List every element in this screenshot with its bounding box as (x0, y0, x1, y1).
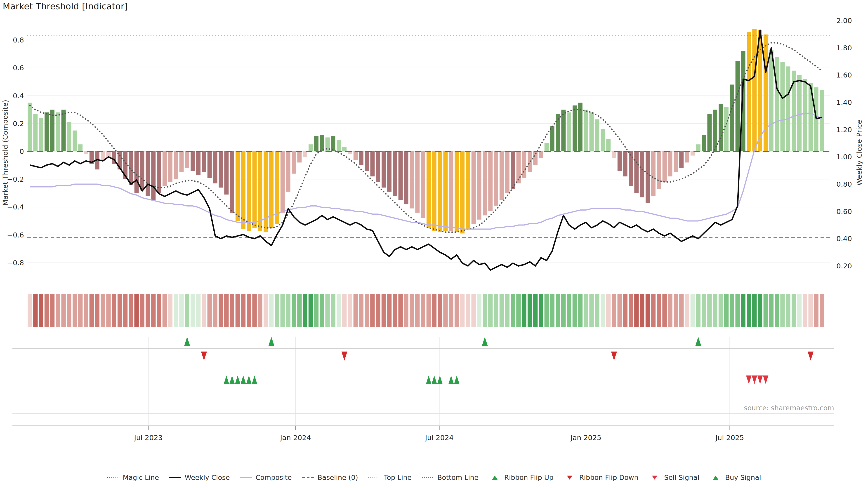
composite-bar (668, 151, 672, 176)
composite-bar (56, 112, 60, 152)
composite-bar (449, 151, 453, 231)
composite-bar (584, 109, 588, 151)
legend-item-sell-signal: Sell Signal (648, 474, 700, 482)
composite-bar (140, 151, 145, 191)
composite-bar (780, 62, 784, 151)
x-tick-label: Jan 2024 (280, 433, 311, 442)
ribbon-flip-down-icon (563, 475, 576, 480)
buy-signal-icon (246, 376, 252, 384)
legend-item-magic-line: Magic Line (107, 474, 159, 482)
legend-item-composite: Composite (240, 474, 292, 482)
composite-bar (264, 151, 268, 232)
sell-signal-icon (757, 376, 763, 384)
legend-item-baseline: Baseline (0) (302, 474, 358, 482)
ribbon-cell (90, 294, 94, 327)
right-tick-label: 2.00 (836, 17, 852, 25)
ribbon-cell (584, 294, 588, 327)
ribbon-cell (208, 294, 212, 327)
ribbon-cell (185, 294, 189, 327)
composite-bar (28, 103, 32, 151)
composite-bar (101, 151, 105, 160)
x-tick-label: Jul 2024 (425, 433, 454, 442)
ribbon-cell (561, 294, 566, 327)
ribbon-cell (764, 294, 768, 327)
ribbon-cell (696, 294, 701, 327)
ribbon-cell (247, 294, 251, 327)
ribbon-cell (61, 294, 66, 327)
trend-ribbon (28, 294, 824, 327)
ribbon-cell (129, 294, 133, 327)
legend-label: Top Line (384, 474, 412, 482)
left-tick-label: −0.4 (7, 203, 24, 211)
composite-bar (590, 112, 594, 152)
composite-bar (151, 151, 156, 200)
composite-bar (758, 30, 762, 151)
ribbon-cell (516, 294, 521, 327)
bottom-line-icon (422, 475, 434, 480)
left-tick-label: −0.6 (7, 231, 24, 239)
buy-signal-swatch (713, 476, 718, 480)
composite-bar (483, 151, 487, 215)
ribbon-cell (819, 294, 824, 327)
ribbon-cell (471, 294, 476, 327)
ribbon-cell (477, 294, 482, 327)
buy-signal-icon (241, 376, 246, 384)
composite-bar (370, 151, 375, 176)
composite-bar (460, 151, 465, 233)
composite-bar (438, 151, 442, 232)
ribbon-cell (455, 294, 459, 327)
ribbon-cell (500, 294, 504, 327)
composite-bar (488, 151, 493, 211)
composite-bar (72, 131, 77, 151)
composite-bar (769, 50, 774, 151)
ribbon-cell (78, 294, 83, 327)
ribbon-cell (618, 294, 622, 327)
ribbon-cell (646, 294, 650, 327)
composite-bar (539, 151, 543, 158)
ribbon-cell (545, 294, 549, 327)
market-threshold-indicator-page: Market Threshold [Indicator] Jul 2023Jan… (0, 0, 868, 488)
composite-bar (819, 90, 824, 151)
ribbon-cell (606, 294, 611, 327)
ribbon-cell (443, 294, 448, 327)
composite-bar (477, 151, 482, 220)
legend-label: Bottom Line (437, 474, 478, 482)
ribbon-cell (44, 294, 49, 327)
composite-bar (803, 79, 807, 151)
ribbon-cell (33, 294, 38, 327)
composite-bar (713, 109, 717, 151)
right-tick-label: 1.20 (836, 126, 852, 134)
ribbon-cell (539, 294, 544, 327)
ribbon-cell (67, 294, 71, 327)
ribbon-cell (814, 294, 818, 327)
ribbon-cell (398, 294, 403, 327)
ribbon-cell (567, 294, 571, 327)
ribbon-cell (236, 294, 240, 327)
composite-bar (500, 151, 504, 200)
ribbon-cell (438, 294, 442, 327)
ribbon-cell (657, 294, 661, 327)
buy-signal-icon (224, 376, 229, 384)
composite-bar (258, 151, 262, 231)
legend-label: Buy Signal (725, 474, 761, 482)
ribbon-cell (510, 294, 515, 327)
right-tick-label: 0.80 (836, 180, 852, 188)
ribbon-cell (381, 294, 386, 327)
composite-bar (67, 122, 71, 151)
composite-bar (432, 151, 436, 231)
ribbon-cell (291, 294, 296, 327)
ribbon-cell (662, 294, 667, 327)
ribbon-cell (427, 294, 431, 327)
ribbon-cell (747, 294, 751, 327)
composite-bar (381, 151, 386, 188)
composite-bar (219, 151, 223, 188)
ribbon-cell (713, 294, 717, 327)
ribbon-flip-up-icon (184, 337, 190, 346)
composite-bar (180, 151, 184, 172)
composite-bar (572, 105, 577, 151)
ribbon-cell (674, 294, 678, 327)
ribbon-cell (612, 294, 616, 327)
composite-bar (662, 151, 667, 182)
ribbon-cell (494, 294, 498, 327)
composite-bar (696, 144, 701, 151)
